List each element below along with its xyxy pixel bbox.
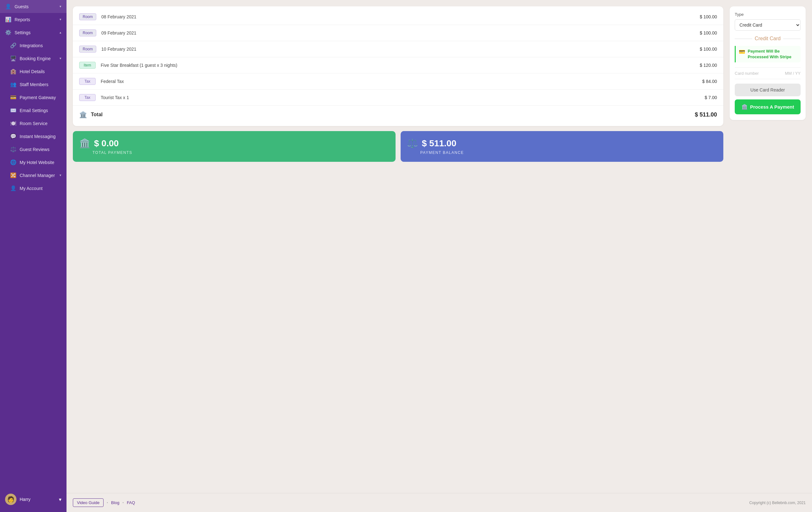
messaging-icon: 💬 <box>10 133 17 139</box>
sidebar-item-hotel-details[interactable]: 🏨 Hotel Details <box>0 65 66 78</box>
row-amount: $ 120.00 <box>692 63 717 68</box>
sidebar-item-email-settings[interactable]: ✉️ Email Settings <box>0 104 66 117</box>
sidebar: 👤 Guests ▾ 📊 Reports ▾ ⚙️ Settings ▴ 🔗 I… <box>0 0 66 512</box>
sidebar-item-channel-manager[interactable]: 🔀 Channel Manager ▾ <box>0 169 66 182</box>
type-label: Type <box>735 12 801 17</box>
card-date-placeholder[interactable]: MM / YY <box>785 71 801 76</box>
sidebar-item-label: Room Service <box>20 121 48 126</box>
row-amount: $ 7.00 <box>692 95 717 100</box>
payment-card: Type Credit Card Cash Bank Transfer Cred… <box>730 6 806 120</box>
stripe-text: Payment Will Be Processed With Stripe <box>748 49 798 60</box>
stripe-notice: 💳 Payment Will Be Processed With Stripe <box>735 46 801 62</box>
cc-divider: Credit Card <box>735 36 801 41</box>
sidebar-item-payment-gateway[interactable]: 💳 Payment Gateway <box>0 91 66 104</box>
dot-separator: • <box>107 501 108 504</box>
sidebar-item-label: Reports <box>14 17 30 22</box>
sidebar-item-label: Guest Reviews <box>20 147 50 152</box>
billing-table: Room 08 February 2021 $ 100.00 Room 09 F… <box>73 6 723 126</box>
sidebar-item-label: Booking Engine <box>20 56 51 61</box>
row-description: 10 February 2021 <box>102 47 687 52</box>
channel-icon: 🔀 <box>10 172 17 178</box>
faq-link[interactable]: FAQ <box>127 500 135 505</box>
main-content: Room 08 February 2021 $ 100.00 Room 09 F… <box>66 0 812 512</box>
video-guide-button[interactable]: Video Guide <box>73 499 104 507</box>
cc-title: Credit Card <box>755 36 781 41</box>
payment-balance-amount: $ 511.00 <box>422 139 456 149</box>
total-payments-amount: $ 0.00 <box>94 139 119 149</box>
sidebar-item-my-account[interactable]: 👤 My Account <box>0 182 66 195</box>
blog-link[interactable]: Blog <box>111 500 119 505</box>
sidebar-item-label: Payment Gateway <box>20 95 56 100</box>
table-row: Tax Tourist Tax x 1 $ 7.00 <box>73 90 723 106</box>
process-payment-button[interactable]: 🏛️ Process A Payment <box>735 99 801 114</box>
sidebar-item-label: Settings <box>14 30 31 35</box>
card-number-placeholder[interactable]: Card number <box>735 71 759 76</box>
email-icon: ✉️ <box>10 107 17 113</box>
settings-icon: ⚙️ <box>5 29 11 35</box>
row-tag: Tax <box>79 94 96 101</box>
total-icon: 🏛️ <box>79 111 87 118</box>
user-profile[interactable]: 🧑 Harry ▾ <box>0 490 66 509</box>
process-icon: 🏛️ <box>742 104 748 110</box>
stripe-icon: 💳 <box>739 49 745 55</box>
row-description: Federal Tax <box>101 79 687 84</box>
sidebar-item-label: Email Settings <box>20 108 48 113</box>
row-tag: Item <box>79 62 96 69</box>
payment-icon: 💳 <box>10 94 17 100</box>
sidebar-item-room-service[interactable]: 🍽️ Room Service <box>0 117 66 130</box>
table-row: Room 08 February 2021 $ 100.00 <box>73 9 723 25</box>
total-row: 🏛️ Total $ 511.00 <box>73 106 723 123</box>
sidebar-item-label: My Hotel Website <box>20 160 54 165</box>
row-amount: $ 100.00 <box>692 47 717 52</box>
chevron-icon: ▾ <box>60 4 61 8</box>
chevron-icon: ▾ <box>60 18 61 22</box>
row-amount: $ 100.00 <box>692 14 717 19</box>
process-label: Process A Payment <box>750 104 794 110</box>
sidebar-item-label: Channel Manager <box>20 173 55 178</box>
use-card-reader-button[interactable]: Use Card Reader <box>735 84 801 96</box>
row-amount: $ 84.00 <box>692 79 717 84</box>
row-tag: Room <box>79 13 96 20</box>
sidebar-item-label: Hotel Details <box>20 69 45 74</box>
row-description: 08 February 2021 <box>102 14 687 19</box>
payment-balance-card: ⚖️ $ 511.00 PAYMENT BALANCE <box>401 131 723 162</box>
sidebar-item-integrations[interactable]: 🔗 Integrations <box>0 39 66 52</box>
sidebar-item-label: Instant Messaging <box>20 134 56 139</box>
row-description: Five Star Breakfast (1 guest x 3 nights) <box>101 63 687 68</box>
sidebar-item-staff-members[interactable]: 👥 Staff Members <box>0 78 66 91</box>
sidebar-item-booking-engine[interactable]: 🖥️ Booking Engine ▾ <box>0 52 66 65</box>
table-row: Room 09 February 2021 $ 100.00 <box>73 25 723 41</box>
divider-line <box>783 39 801 39</box>
sidebar-item-guests[interactable]: 👤 Guests ▾ <box>0 0 66 13</box>
sidebar-item-my-hotel-website[interactable]: 🌐 My Hotel Website <box>0 156 66 169</box>
sidebar-item-guest-reviews[interactable]: ⚖️ Guest Reviews <box>0 143 66 156</box>
row-tag: Room <box>79 46 96 53</box>
chevron-icon: ▾ <box>60 56 61 60</box>
row-tag: Room <box>79 29 96 36</box>
copyright: Copyright (c) Bellebnb.com, 2021 <box>749 501 806 505</box>
sidebar-item-label: Integrations <box>20 43 43 48</box>
payment-type-select[interactable]: Credit Card Cash Bank Transfer <box>735 19 801 31</box>
avatar: 🧑 <box>5 494 17 505</box>
total-amount: $ 511.00 <box>695 112 717 118</box>
payments-icon: 🏛️ <box>79 138 90 149</box>
card-inputs: Card number MM / YY <box>735 67 801 79</box>
booking-icon: 🖥️ <box>10 55 17 61</box>
payment-balance-label: PAYMENT BALANCE <box>420 150 717 155</box>
sidebar-item-instant-messaging[interactable]: 💬 Instant Messaging <box>0 130 66 143</box>
footer-links: Video Guide • Blog • FAQ <box>73 499 135 507</box>
billing-section: Room 08 February 2021 $ 100.00 Room 09 F… <box>73 6 723 487</box>
integrations-icon: 🔗 <box>10 42 17 49</box>
summary-cards: 🏛️ $ 0.00 TOTAL PAYMENTS ⚖️ $ 511.00 PAY… <box>73 131 723 162</box>
dot-separator: • <box>122 501 124 504</box>
account-icon: 👤 <box>10 185 17 191</box>
guests-icon: 👤 <box>5 3 11 9</box>
staff-icon: 👥 <box>10 81 17 87</box>
sidebar-item-settings[interactable]: ⚙️ Settings ▴ <box>0 26 66 39</box>
room-service-icon: 🍽️ <box>10 120 17 126</box>
sidebar-item-reports[interactable]: 📊 Reports ▾ <box>0 13 66 26</box>
reports-icon: 📊 <box>5 17 11 23</box>
row-tag: Tax <box>79 78 96 85</box>
total-label: Total <box>91 112 691 118</box>
sidebar-item-label: My Account <box>20 186 42 191</box>
